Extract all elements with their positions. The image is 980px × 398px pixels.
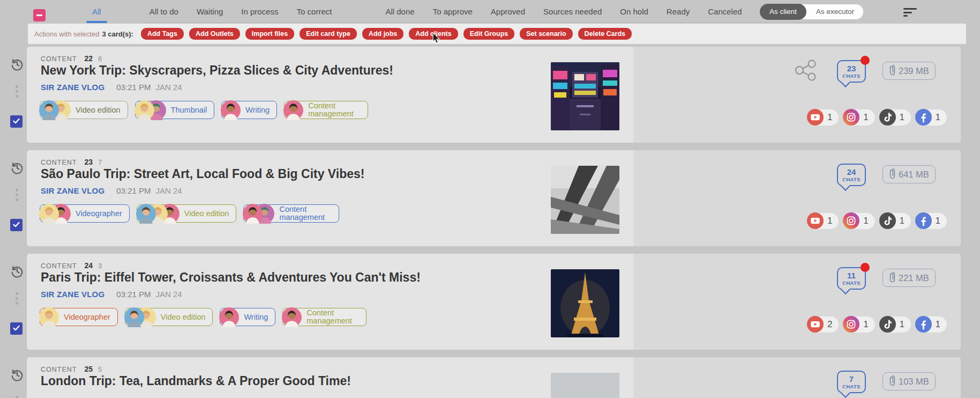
role-tag-content-management[interactable]: Content management	[282, 308, 366, 326]
attachment-size-button[interactable]: 239 MB	[882, 62, 936, 80]
tab-in-process[interactable]: In process	[240, 1, 279, 23]
tag-avatars	[243, 204, 279, 224]
tag-avatars	[134, 100, 171, 120]
action-button-set-scenario[interactable]: Set scenario	[520, 28, 572, 40]
card-author[interactable]: SIR ZANE VLOG	[41, 186, 104, 195]
social-facebook[interactable]: 1	[915, 316, 947, 333]
thumbnail-image[interactable]	[551, 62, 619, 130]
chats-button[interactable]: 11CHATS	[837, 267, 866, 290]
card-author[interactable]: SIR ZANE VLOG	[41, 290, 104, 299]
role-tag-video-edition[interactable]: Video edition	[125, 308, 213, 326]
card-checkbox[interactable]	[10, 219, 23, 231]
role-tag-writing[interactable]: Writing	[220, 308, 275, 326]
card-checkbox[interactable]	[10, 115, 23, 128]
tab-all[interactable]: All	[91, 1, 102, 23]
social-counts: 1111	[807, 109, 947, 126]
social-tiktok[interactable]: 1	[879, 109, 911, 126]
content-card[interactable]: CONTENT237São Paulo Trip: Street Art, Lo…	[27, 150, 961, 246]
content-card[interactable]: CONTENT255London Trip: Tea, Landmarks & …	[27, 357, 961, 398]
content-card[interactable]: CONTENT243Paris Trip: Eiffel Tower, Croi…	[27, 254, 961, 350]
social-youtube[interactable]: 2	[807, 316, 839, 333]
attachment-size-button[interactable]: 103 MB	[882, 372, 936, 390]
social-instagram[interactable]: 1	[843, 316, 874, 333]
attachment-size: 641 MB	[899, 169, 929, 180]
social-tiktok[interactable]: 1	[879, 212, 911, 229]
kebab-menu-icon[interactable]	[13, 189, 20, 203]
tab-all-done[interactable]: All done	[384, 1, 415, 23]
content-card[interactable]: CONTENT226New York Trip: Skyscrapers, Pi…	[27, 47, 961, 143]
history-icon[interactable]	[10, 368, 24, 382]
tag-avatars	[219, 307, 244, 327]
tab-waiting[interactable]: Waiting	[196, 1, 224, 23]
role-tag-thumbnail[interactable]: Thumbnail	[135, 101, 215, 119]
tab-canceled[interactable]: Canceled	[707, 1, 743, 23]
kebab-menu-icon[interactable]	[13, 396, 20, 398]
social-tiktok[interactable]: 1	[879, 316, 911, 333]
card-number: 24	[84, 261, 93, 270]
card-time: 03:21 PM	[116, 83, 151, 92]
role-tag-video-edition[interactable]: Video edition	[137, 204, 237, 223]
sort-icon[interactable]	[903, 8, 917, 19]
chat-count: 23	[847, 64, 856, 72]
tab-to-correct[interactable]: To correct	[296, 1, 333, 23]
action-button-add-tags[interactable]: Add Tags	[141, 28, 184, 40]
role-tag-writing[interactable]: Writing	[221, 101, 277, 119]
history-icon[interactable]	[10, 161, 24, 175]
attachment-size-button[interactable]: 641 MB	[882, 165, 936, 183]
indeterminate-mark	[36, 14, 42, 16]
role-tag-videographer[interactable]: Videographer	[40, 308, 118, 326]
kebab-menu-icon[interactable]	[13, 85, 20, 100]
role-tag-content-management[interactable]: Content management	[284, 101, 368, 119]
thumbnail-image[interactable]	[551, 166, 619, 234]
card-author[interactable]: SIR ZANE VLOG	[41, 83, 104, 92]
tab-approved[interactable]: Approved	[490, 1, 526, 23]
instagram-icon	[843, 316, 859, 333]
card-row: CONTENT237São Paulo Trip: Street Art, Lo…	[27, 150, 961, 246]
history-icon[interactable]	[10, 264, 24, 278]
tab-sources-needed[interactable]: Sources needed	[542, 1, 603, 23]
social-youtube[interactable]: 1	[807, 109, 839, 126]
thumbnail-image[interactable]	[551, 373, 619, 398]
tag-label: Thumbnail	[171, 106, 207, 114]
thumbnail-image[interactable]	[551, 269, 619, 337]
tab-to-approve[interactable]: To approve	[432, 1, 474, 23]
card-meta: CONTENT255	[41, 365, 102, 373]
role-tag-video-edition[interactable]: Video edition	[40, 101, 128, 119]
attachment-size-button[interactable]: 221 MB	[882, 269, 936, 287]
attachment-size: 221 MB	[899, 273, 929, 283]
chats-button[interactable]: 23CHATS	[837, 60, 866, 83]
social-facebook[interactable]: 1	[915, 109, 947, 126]
social-instagram[interactable]: 1	[843, 109, 874, 126]
action-button-delete-cards[interactable]: Delete Cards	[578, 28, 632, 40]
instagram-icon	[843, 212, 859, 229]
social-instagram[interactable]: 1	[843, 212, 874, 229]
card-checkbox[interactable]	[10, 322, 23, 335]
paperclip-icon	[889, 64, 896, 78]
tab-ready[interactable]: Ready	[665, 1, 691, 23]
tag-label: Videographer	[64, 313, 110, 321]
action-button-edit-card-type[interactable]: Edit card type	[300, 28, 357, 40]
select-all-checkbox[interactable]	[33, 9, 46, 21]
social-youtube[interactable]: 1	[807, 212, 839, 229]
tag-label: Content management	[279, 205, 332, 222]
social-facebook[interactable]: 1	[915, 212, 947, 229]
action-button-add-outlets[interactable]: Add Outlets	[189, 28, 240, 40]
tag-label: Video edition	[161, 313, 206, 321]
tiktok-icon	[879, 316, 896, 333]
chats-button[interactable]: 24CHATS	[837, 164, 866, 186]
action-button-import-files[interactable]: Import files	[245, 28, 294, 40]
action-button-edit-groups[interactable]: Edit Groups	[463, 28, 515, 40]
tag-avatars	[282, 307, 306, 327]
share-icon[interactable]	[794, 60, 818, 83]
role-tag-videographer[interactable]: Videographer	[40, 204, 130, 223]
tab-all-to-do[interactable]: All to do	[148, 1, 179, 23]
kebab-menu-icon[interactable]	[13, 292, 20, 307]
history-icon[interactable]	[10, 57, 24, 71]
role-tag-content-management[interactable]: Content management	[243, 204, 339, 223]
action-button-add-jobs[interactable]: Add jobs	[362, 28, 403, 40]
toggle-as-client[interactable]: As client	[760, 4, 806, 20]
action-button-add-clients[interactable]: Add clients	[409, 28, 458, 40]
tab-on-hold[interactable]: On hold	[619, 1, 649, 23]
chats-button[interactable]: 7CHATS	[837, 371, 866, 393]
toggle-as-executor[interactable]: As executor	[806, 4, 864, 20]
